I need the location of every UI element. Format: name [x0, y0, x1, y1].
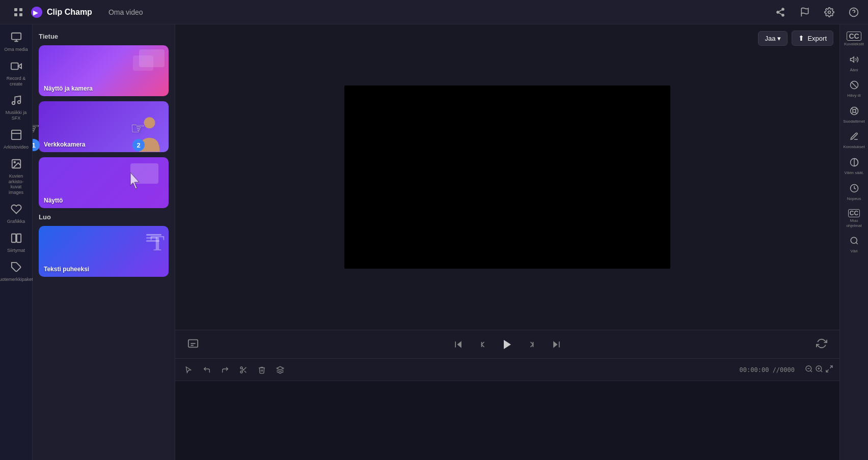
select-tool-btn[interactable] — [181, 363, 196, 377]
svg-point-37 — [240, 367, 242, 369]
svg-point-12 — [828, 11, 831, 13]
play-pause-btn[interactable] — [499, 336, 516, 353]
fullscreen-btn[interactable] — [825, 365, 833, 375]
record-create-icon — [11, 61, 22, 74]
rsidebar-muu-ohjelmat[interactable]: CC Muu ohjelmat — [842, 206, 867, 231]
svg-rect-0 — [14, 8, 17, 11]
svg-text:▶: ▶ — [33, 9, 38, 16]
card-text-speech-label: Teksti puheeksi — [44, 266, 89, 273]
share-network-icon[interactable] — [772, 4, 789, 20]
rsidebar-korostukset[interactable]: Korostukset — [842, 129, 867, 153]
sidebar-label-grafiikka: Grafiikka — [7, 219, 25, 224]
rsidebar-label-kuvatekstit: Kuvatekstit — [844, 42, 864, 47]
sidebar-label-kuvien: Kuvien arkisto-kuvat images — [4, 174, 29, 195]
rsidebar-label-suodattimet: Suodattimet — [843, 119, 865, 124]
center-area: Jaa ▾ ⬆ Export 16:9 16:9 — [175, 24, 839, 460]
video-preview — [344, 85, 670, 269]
current-time: 00:00:00 — [740, 366, 769, 373]
svg-line-51 — [826, 369, 829, 372]
section-tietue: Tietue — [39, 33, 169, 40]
cc-icon: CC — [847, 32, 861, 41]
help-icon[interactable] — [846, 4, 862, 20]
arkistovideo-icon — [11, 129, 22, 143]
export-button[interactable]: ⬆ Export — [792, 31, 833, 46]
svg-rect-15 — [11, 33, 20, 40]
settings-icon[interactable] — [821, 4, 837, 20]
rsidebar-kuvatekstit[interactable]: CC Kuvatekstit — [842, 28, 867, 50]
rsidebar-aani[interactable]: Ääni — [842, 52, 867, 76]
zoom-in-btn[interactable] — [815, 365, 823, 375]
card-webcam[interactable]: Verkkokamera — [39, 101, 169, 152]
timeline-content — [175, 381, 839, 460]
rsidebar-label-nopeus: Nopeus — [847, 196, 861, 202]
svg-line-58 — [855, 112, 857, 113]
timeline-timecode: 00:00:00 //0000 — [740, 366, 795, 373]
wave-deco — [146, 234, 161, 242]
svg-rect-23 — [11, 234, 15, 243]
preview-controls-center — [450, 336, 564, 353]
sidebar-item-arkistovideo[interactable]: Arkistovideo — [2, 126, 31, 153]
sidebar-label-record-create: Record &create — [7, 76, 26, 87]
rsidebar-vari[interactable]: Väri — [842, 233, 867, 257]
rsidebar-label-aani: Ääni — [850, 68, 858, 73]
frame-back-btn[interactable] — [475, 336, 491, 353]
card-screen-cam[interactable]: Näyttö ja kamera — [39, 45, 169, 96]
delete-btn[interactable] — [255, 363, 269, 377]
card-webcam-label: Verkkokamera — [44, 141, 85, 148]
share-label: Jaa — [765, 35, 775, 42]
sidebar-item-record-create[interactable]: Record &create — [2, 58, 31, 90]
rsidebar-label-varin: Värin säät. — [844, 170, 863, 176]
main-layout: Oma media Record &create Musiikki ja SFX — [0, 24, 868, 460]
zoom-out-btn[interactable] — [805, 365, 813, 375]
rsidebar-varin[interactable]: Värin säät. — [842, 155, 867, 179]
cut-btn[interactable] — [236, 363, 251, 377]
timeline-toolbar: 00:00:00 //0000 — [175, 359, 839, 381]
skip-forward-btn[interactable] — [548, 336, 564, 353]
svg-rect-1 — [19, 8, 22, 11]
card-screen[interactable]: Näyttö — [39, 157, 169, 208]
sidebar-label-musiikki: Musiikki ja SFX — [4, 110, 29, 121]
svg-rect-2 — [14, 13, 17, 16]
rsidebar-label-havydi: Hävy di — [847, 93, 861, 98]
subtitle-toggle-icon[interactable] — [187, 338, 199, 351]
sidebar-item-oma-media[interactable]: Oma media — [2, 28, 31, 55]
sidebar-item-tuotemerkkipaketti[interactable]: Tuotemerkkipaketti — [2, 258, 31, 285]
frame-forward-btn[interactable] — [524, 336, 540, 353]
layers-btn[interactable] — [273, 363, 287, 377]
rsidebar-label-vari: Väri — [850, 249, 857, 254]
varin-icon — [850, 158, 859, 169]
screen-deco2 — [133, 55, 153, 71]
topbar: ▶ Clip Champ Oma video — [0, 0, 868, 24]
preview-area — [175, 24, 839, 330]
timeline-area: 00:00:00 //0000 — [175, 358, 839, 460]
redo-btn[interactable] — [218, 363, 232, 377]
sync-icon[interactable] — [816, 338, 827, 351]
sidebar-item-kuvien[interactable]: Kuvien arkisto-kuvat images — [2, 155, 31, 198]
undo-btn[interactable] — [200, 363, 214, 377]
app-logo: ▶ Clip Champ — [31, 6, 92, 18]
sidebar-label-oma-media: Oma media — [4, 47, 28, 52]
svg-point-22 — [14, 161, 15, 163]
share-button[interactable]: Jaa ▾ — [758, 31, 788, 46]
flag-icon[interactable] — [797, 4, 813, 20]
section-luo: Luo — [39, 213, 169, 221]
rsidebar-havydi[interactable]: Hävy di — [842, 77, 867, 101]
content-panel: Tietue Näyttö ja kamera Verkkokamera — [33, 24, 175, 460]
kuvien-icon — [11, 158, 22, 172]
sidebar-item-grafiikka[interactable]: Grafiikka — [2, 200, 31, 227]
rsidebar-suodattimet[interactable]: Suodattimet — [842, 103, 867, 127]
share-export-container: Jaa ▾ ⬆ Export — [758, 31, 833, 46]
skip-back-btn[interactable] — [450, 336, 467, 353]
svg-line-56 — [851, 108, 852, 109]
svg-marker-35 — [553, 341, 557, 348]
sidebar-item-siirtymat[interactable]: Siirtymat — [2, 229, 31, 256]
sidebar-item-musiikki[interactable]: Musiikki ja SFX — [2, 92, 31, 124]
grid-icon-btn[interactable] — [6, 7, 31, 17]
tuotemerkkipaketti-icon — [11, 262, 22, 275]
sidebar-label-siirtymat: Siirtymat — [7, 248, 25, 253]
svg-marker-33 — [504, 340, 511, 349]
cursor-screen — [128, 171, 143, 192]
rsidebar-nopeus[interactable]: Nopeus — [842, 181, 867, 205]
card-text-speech[interactable]: T Teksti puheeksi — [39, 226, 169, 277]
svg-line-40 — [245, 370, 247, 372]
